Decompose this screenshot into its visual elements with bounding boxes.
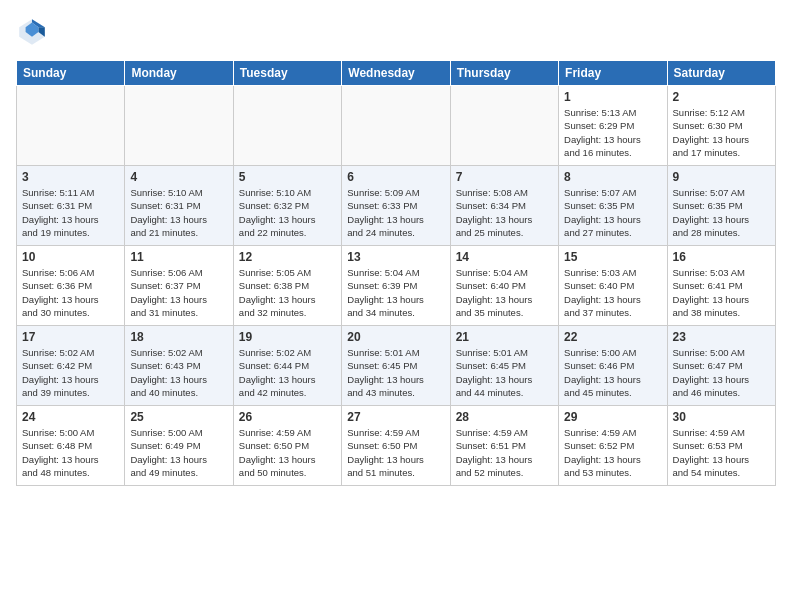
day-number: 5 (239, 170, 336, 184)
calendar-cell: 14Sunrise: 5:04 AM Sunset: 6:40 PM Dayli… (450, 246, 558, 326)
day-info: Sunrise: 5:10 AM Sunset: 6:31 PM Dayligh… (130, 186, 227, 239)
day-number: 30 (673, 410, 770, 424)
day-number: 3 (22, 170, 119, 184)
calendar-cell: 23Sunrise: 5:00 AM Sunset: 6:47 PM Dayli… (667, 326, 775, 406)
day-info: Sunrise: 5:00 AM Sunset: 6:49 PM Dayligh… (130, 426, 227, 479)
day-number: 25 (130, 410, 227, 424)
calendar-cell: 7Sunrise: 5:08 AM Sunset: 6:34 PM Daylig… (450, 166, 558, 246)
weekday-header-monday: Monday (125, 61, 233, 86)
calendar-cell: 21Sunrise: 5:01 AM Sunset: 6:45 PM Dayli… (450, 326, 558, 406)
day-info: Sunrise: 5:13 AM Sunset: 6:29 PM Dayligh… (564, 106, 661, 159)
calendar-cell: 10Sunrise: 5:06 AM Sunset: 6:36 PM Dayli… (17, 246, 125, 326)
day-info: Sunrise: 5:02 AM Sunset: 6:42 PM Dayligh… (22, 346, 119, 399)
calendar-cell: 4Sunrise: 5:10 AM Sunset: 6:31 PM Daylig… (125, 166, 233, 246)
day-number: 22 (564, 330, 661, 344)
day-info: Sunrise: 4:59 AM Sunset: 6:53 PM Dayligh… (673, 426, 770, 479)
calendar-cell: 6Sunrise: 5:09 AM Sunset: 6:33 PM Daylig… (342, 166, 450, 246)
calendar-cell: 28Sunrise: 4:59 AM Sunset: 6:51 PM Dayli… (450, 406, 558, 486)
day-info: Sunrise: 5:04 AM Sunset: 6:40 PM Dayligh… (456, 266, 553, 319)
day-number: 17 (22, 330, 119, 344)
day-info: Sunrise: 5:00 AM Sunset: 6:48 PM Dayligh… (22, 426, 119, 479)
day-info: Sunrise: 5:02 AM Sunset: 6:43 PM Dayligh… (130, 346, 227, 399)
calendar-cell: 19Sunrise: 5:02 AM Sunset: 6:44 PM Dayli… (233, 326, 341, 406)
calendar-cell: 26Sunrise: 4:59 AM Sunset: 6:50 PM Dayli… (233, 406, 341, 486)
calendar-week-5: 24Sunrise: 5:00 AM Sunset: 6:48 PM Dayli… (17, 406, 776, 486)
day-number: 21 (456, 330, 553, 344)
day-number: 12 (239, 250, 336, 264)
calendar-cell (342, 86, 450, 166)
day-number: 26 (239, 410, 336, 424)
day-info: Sunrise: 5:00 AM Sunset: 6:46 PM Dayligh… (564, 346, 661, 399)
calendar-cell: 9Sunrise: 5:07 AM Sunset: 6:35 PM Daylig… (667, 166, 775, 246)
day-info: Sunrise: 5:03 AM Sunset: 6:40 PM Dayligh… (564, 266, 661, 319)
calendar-cell (17, 86, 125, 166)
day-info: Sunrise: 5:06 AM Sunset: 6:36 PM Dayligh… (22, 266, 119, 319)
calendar-cell: 3Sunrise: 5:11 AM Sunset: 6:31 PM Daylig… (17, 166, 125, 246)
day-info: Sunrise: 5:00 AM Sunset: 6:47 PM Dayligh… (673, 346, 770, 399)
day-info: Sunrise: 5:07 AM Sunset: 6:35 PM Dayligh… (673, 186, 770, 239)
day-info: Sunrise: 5:02 AM Sunset: 6:44 PM Dayligh… (239, 346, 336, 399)
calendar-cell (233, 86, 341, 166)
day-number: 6 (347, 170, 444, 184)
day-number: 29 (564, 410, 661, 424)
day-info: Sunrise: 5:10 AM Sunset: 6:32 PM Dayligh… (239, 186, 336, 239)
day-number: 16 (673, 250, 770, 264)
day-info: Sunrise: 5:07 AM Sunset: 6:35 PM Dayligh… (564, 186, 661, 239)
calendar-cell: 2Sunrise: 5:12 AM Sunset: 6:30 PM Daylig… (667, 86, 775, 166)
weekday-header-thursday: Thursday (450, 61, 558, 86)
calendar-cell: 25Sunrise: 5:00 AM Sunset: 6:49 PM Dayli… (125, 406, 233, 486)
calendar-cell: 17Sunrise: 5:02 AM Sunset: 6:42 PM Dayli… (17, 326, 125, 406)
calendar-cell: 24Sunrise: 5:00 AM Sunset: 6:48 PM Dayli… (17, 406, 125, 486)
day-number: 7 (456, 170, 553, 184)
calendar-cell: 12Sunrise: 5:05 AM Sunset: 6:38 PM Dayli… (233, 246, 341, 326)
day-number: 9 (673, 170, 770, 184)
day-info: Sunrise: 5:04 AM Sunset: 6:39 PM Dayligh… (347, 266, 444, 319)
day-info: Sunrise: 4:59 AM Sunset: 6:50 PM Dayligh… (347, 426, 444, 479)
calendar-week-4: 17Sunrise: 5:02 AM Sunset: 6:42 PM Dayli… (17, 326, 776, 406)
calendar-cell: 30Sunrise: 4:59 AM Sunset: 6:53 PM Dayli… (667, 406, 775, 486)
calendar-cell: 29Sunrise: 4:59 AM Sunset: 6:52 PM Dayli… (559, 406, 667, 486)
day-number: 18 (130, 330, 227, 344)
calendar-cell: 22Sunrise: 5:00 AM Sunset: 6:46 PM Dayli… (559, 326, 667, 406)
day-info: Sunrise: 5:01 AM Sunset: 6:45 PM Dayligh… (456, 346, 553, 399)
day-info: Sunrise: 5:11 AM Sunset: 6:31 PM Dayligh… (22, 186, 119, 239)
day-info: Sunrise: 4:59 AM Sunset: 6:50 PM Dayligh… (239, 426, 336, 479)
calendar-cell: 18Sunrise: 5:02 AM Sunset: 6:43 PM Dayli… (125, 326, 233, 406)
day-info: Sunrise: 5:05 AM Sunset: 6:38 PM Dayligh… (239, 266, 336, 319)
calendar-cell: 27Sunrise: 4:59 AM Sunset: 6:50 PM Dayli… (342, 406, 450, 486)
day-info: Sunrise: 5:09 AM Sunset: 6:33 PM Dayligh… (347, 186, 444, 239)
weekday-header-sunday: Sunday (17, 61, 125, 86)
day-number: 15 (564, 250, 661, 264)
day-info: Sunrise: 5:03 AM Sunset: 6:41 PM Dayligh… (673, 266, 770, 319)
day-number: 28 (456, 410, 553, 424)
day-number: 8 (564, 170, 661, 184)
day-info: Sunrise: 5:08 AM Sunset: 6:34 PM Dayligh… (456, 186, 553, 239)
day-info: Sunrise: 5:12 AM Sunset: 6:30 PM Dayligh… (673, 106, 770, 159)
calendar-week-1: 1Sunrise: 5:13 AM Sunset: 6:29 PM Daylig… (17, 86, 776, 166)
calendar-cell: 8Sunrise: 5:07 AM Sunset: 6:35 PM Daylig… (559, 166, 667, 246)
day-number: 11 (130, 250, 227, 264)
day-number: 24 (22, 410, 119, 424)
weekday-header-tuesday: Tuesday (233, 61, 341, 86)
calendar-cell: 11Sunrise: 5:06 AM Sunset: 6:37 PM Dayli… (125, 246, 233, 326)
day-info: Sunrise: 4:59 AM Sunset: 6:51 PM Dayligh… (456, 426, 553, 479)
day-number: 19 (239, 330, 336, 344)
weekday-header-friday: Friday (559, 61, 667, 86)
logo (16, 16, 52, 48)
day-info: Sunrise: 5:01 AM Sunset: 6:45 PM Dayligh… (347, 346, 444, 399)
day-number: 14 (456, 250, 553, 264)
calendar-cell: 5Sunrise: 5:10 AM Sunset: 6:32 PM Daylig… (233, 166, 341, 246)
calendar-week-2: 3Sunrise: 5:11 AM Sunset: 6:31 PM Daylig… (17, 166, 776, 246)
calendar-cell (450, 86, 558, 166)
day-number: 2 (673, 90, 770, 104)
calendar-cell: 13Sunrise: 5:04 AM Sunset: 6:39 PM Dayli… (342, 246, 450, 326)
weekday-header-wednesday: Wednesday (342, 61, 450, 86)
calendar-cell: 15Sunrise: 5:03 AM Sunset: 6:40 PM Dayli… (559, 246, 667, 326)
day-number: 13 (347, 250, 444, 264)
day-number: 27 (347, 410, 444, 424)
weekday-header-saturday: Saturday (667, 61, 775, 86)
day-info: Sunrise: 4:59 AM Sunset: 6:52 PM Dayligh… (564, 426, 661, 479)
day-number: 20 (347, 330, 444, 344)
day-number: 1 (564, 90, 661, 104)
day-number: 4 (130, 170, 227, 184)
